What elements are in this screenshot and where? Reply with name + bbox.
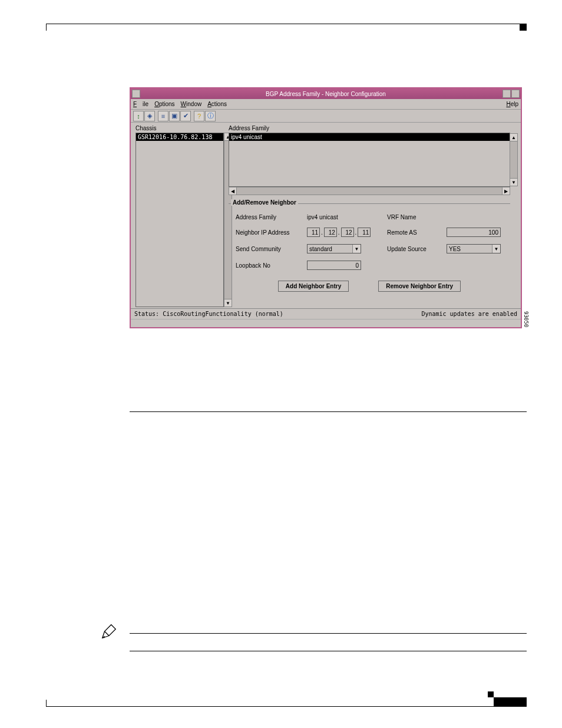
titlebar[interactable]: BGP Address Family - Neighbor Configurat… [131,88,521,99]
status-text-right: Dynamic updates are enabled [421,311,517,317]
chassis-list-item[interactable]: GSR12016-10.76.82.138 [136,133,223,141]
page-corner-br-accent [488,691,494,697]
toolbar-btn-4[interactable]: ▣ [169,111,180,121]
note-pencil-icon [100,622,118,640]
chassis-label: Chassis [135,125,224,131]
menu-file[interactable]: File [133,101,148,107]
af-v-scrollbar[interactable]: ▲ ▼ [510,133,518,186]
loopback-no-input[interactable]: 0 [307,261,361,270]
app-window: BGP Address Family - Neighbor Configurat… [130,87,522,328]
field-label-neighbor-ip: Neighbor IP Address [236,229,297,236]
menu-actions[interactable]: Actions [207,101,227,107]
update-source-select[interactable]: YES ▼ [447,244,501,253]
field-label-vrf-name: VRF Name [387,214,437,220]
page-rule-top [46,24,527,24]
scroll-down-icon[interactable]: ▼ [510,178,518,186]
divider [130,411,527,412]
add-remove-neighbor-group: Add/Remove Neighbor Address Family ipv4 … [229,203,510,298]
page-corner-tl [46,24,53,31]
ip-octet-3[interactable]: 12 [341,228,354,237]
chevron-down-icon[interactable]: ▼ [492,245,500,253]
field-label-address-family: Address Family [236,214,297,220]
address-family-list[interactable]: ipv4 unicast ▲ ▼ [229,133,510,187]
menu-options[interactable]: Options [154,101,174,107]
neighbor-ip-input[interactable]: 11. 12. 12. 11 [307,228,378,237]
status-bar: Status: CiscoRoutingFunctionality (norma… [131,308,521,319]
address-family-label: Address Family [229,125,510,131]
group-title: Add/Remove Neighbor [231,199,298,206]
divider [130,651,527,651]
minimize-icon[interactable] [503,90,511,98]
toolbar: ↕ ◈ ≡ ▣ ✔ ? ⓘ [131,110,521,123]
scroll-down-icon[interactable]: ▼ [224,299,232,307]
ip-octet-1[interactable]: 11 [307,228,320,237]
field-label-remote-as: Remote AS [387,229,437,236]
toolbar-btn-5[interactable]: ✔ [180,111,191,121]
send-community-select[interactable]: standard ▼ [307,244,361,253]
toolbar-btn-1[interactable]: ↕ [133,111,144,121]
page-rule-bottom [46,706,527,707]
window-title: BGP Address Family - Neighbor Configurat… [266,91,386,97]
scroll-right-icon[interactable]: ▶ [502,187,510,195]
client-area: Chassis GSR12016-10.76.82.138 ▲ ▼ Addres… [131,123,521,308]
update-source-value: YES [449,246,461,252]
remove-neighbor-button[interactable]: Remove Neighbor Entry [378,281,461,292]
scroll-track[interactable] [510,141,518,178]
field-label-update-source: Update Source [387,246,437,252]
status-bar-lower [131,319,521,327]
page-corner-br-bar [494,697,527,707]
field-label-loopback-no: Loopback No [236,262,297,269]
scroll-left-icon[interactable]: ◀ [229,187,237,195]
add-neighbor-button[interactable]: Add Neighbor Entry [278,281,349,292]
toolbar-btn-3[interactable]: ≡ [158,111,168,121]
chassis-list[interactable]: GSR12016-10.76.82.138 [135,133,224,307]
menu-help[interactable]: Help [506,101,518,107]
menu-window[interactable]: Window [181,101,202,107]
status-text-left: Status: CiscoRoutingFunctionality (norma… [134,311,283,317]
af-h-scrollbar[interactable]: ◀ ▶ [229,187,510,195]
toolbar-btn-help[interactable]: ? [194,111,204,121]
scroll-track[interactable] [237,187,502,195]
toolbar-btn-2[interactable]: ◈ [144,111,155,121]
ip-octet-2[interactable]: 12 [324,228,337,237]
ip-octet-4[interactable]: 11 [358,228,371,237]
field-value-address-family: ipv4 unicast [307,214,378,220]
menu-bar: File Options Window Actions Help [131,99,521,110]
send-community-value: standard [309,246,332,252]
field-label-send-community: Send Community [236,246,297,252]
figure-id: 93050 [523,311,529,327]
scroll-up-icon[interactable]: ▲ [510,133,518,141]
address-family-list-item[interactable]: ipv4 unicast [229,133,510,141]
page-corner-tr [520,24,527,31]
toolbar-btn-info[interactable]: ⓘ [205,111,216,121]
chevron-down-icon[interactable]: ▼ [352,245,361,253]
divider [130,633,527,634]
remote-as-input[interactable]: 100 [447,228,501,237]
maximize-icon[interactable] [511,90,520,98]
system-menu-icon[interactable] [132,90,140,98]
